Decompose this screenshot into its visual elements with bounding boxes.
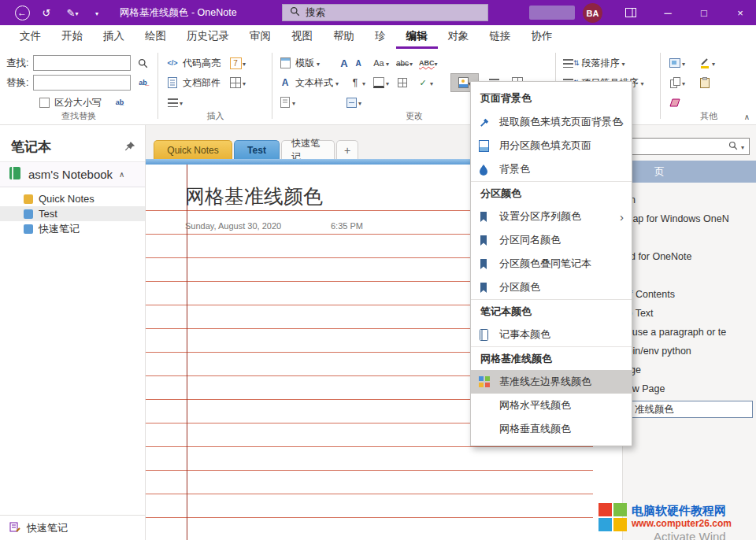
account-name-block[interactable] <box>529 6 575 20</box>
tab-link[interactable]: 链接 <box>480 25 521 49</box>
avatar[interactable]: BA <box>583 3 602 23</box>
page-list-item[interactable]: age <box>624 364 756 377</box>
replace-one-icon[interactable]: ab̲ <box>135 75 150 91</box>
tab-file[interactable]: 文件 <box>9 25 51 49</box>
case-sensitive-checkbox[interactable] <box>39 98 50 108</box>
chevron-down-icon[interactable] <box>317 57 320 69</box>
grow-font-icon[interactable]: A <box>337 55 351 71</box>
menu-item-set-section-sequence-color[interactable]: 设置分区序列颜色 › <box>471 205 632 228</box>
menu-item-extract-color[interactable]: 提取颜色来填充页面背景色 › <box>471 110 632 134</box>
page-list-item[interactable]: nd for OneNote <box>624 251 756 264</box>
chevron-down-icon[interactable] <box>386 77 389 89</box>
tab-object[interactable]: 对象 <box>438 25 480 49</box>
change-case-icon[interactable]: Aa <box>372 55 386 71</box>
strikethrough-icon[interactable]: abc <box>395 55 410 71</box>
section-tab-quick-notes[interactable]: Quick Notes <box>154 140 232 159</box>
pen-tool-button[interactable]: ✎ <box>60 0 85 25</box>
replace-input[interactable] <box>33 75 131 91</box>
tab-edit[interactable]: 编辑 <box>396 25 438 49</box>
page-list-item[interactable]: /bin/env python <box>624 346 756 358</box>
replace-all-icon[interactable]: ab̲ <box>113 94 127 110</box>
menu-item-section-color-same-notebook[interactable]: 分区颜色叠同笔记本 <box>471 252 632 276</box>
paragraph-sort-button[interactable]: 段落排序 <box>582 57 620 70</box>
chevron-down-icon[interactable] <box>622 57 625 69</box>
menu-item-grid-horizontal-line-color[interactable]: 网格水平线颜色 <box>471 394 632 417</box>
menu-item-fill-with-section-color[interactable]: 用分区颜色填充页面 <box>471 134 632 157</box>
tab-zhen[interactable]: 珍 <box>365 25 396 49</box>
format-block-icon[interactable] <box>344 94 358 110</box>
menu-item-grid-vertical-line-color[interactable]: 网格垂直线颜色 <box>471 417 632 441</box>
table-icon[interactable] <box>228 75 243 91</box>
clipboard-icon[interactable] <box>698 75 712 91</box>
chevron-down-icon[interactable] <box>386 57 389 69</box>
menu-item-section-same-name-color[interactable]: 分区同名颜色 <box>471 228 632 252</box>
collapse-ribbon-icon[interactable]: ∧ <box>744 113 750 121</box>
page-list-item[interactable]: to Text <box>624 308 756 320</box>
chevron-down-icon[interactable] <box>358 97 361 109</box>
find-search-icon[interactable] <box>135 55 150 71</box>
page-setup-icon[interactable] <box>278 94 292 110</box>
text-style-button[interactable]: 文本样式 <box>295 76 333 90</box>
page-title[interactable]: 网格基准线颜色 <box>185 183 323 209</box>
shrink-font-icon[interactable]: A <box>351 55 365 71</box>
chevron-down-icon[interactable] <box>180 97 183 109</box>
find-input[interactable] <box>33 55 131 71</box>
tab-help[interactable]: 帮助 <box>323 25 365 49</box>
page-list-item[interactable]: Map for Windows OneN <box>624 213 756 226</box>
page-list-item[interactable]: lew Page <box>624 383 756 396</box>
menu-item-notebook-color[interactable]: 记事本颜色 <box>471 323 632 346</box>
page-list-item[interactable]: of Contents <box>624 289 756 301</box>
page-list-item[interactable]: y use a paragraph or te <box>624 327 756 339</box>
chevron-down-icon[interactable] <box>292 97 295 109</box>
add-section-tab[interactable]: + <box>336 140 358 159</box>
chevron-down-icon[interactable] <box>682 77 685 89</box>
copy-icon[interactable] <box>668 75 682 91</box>
template-button[interactable]: 模版 <box>295 57 314 70</box>
list-icon[interactable] <box>165 94 180 110</box>
screen-clip-icon[interactable] <box>668 55 682 71</box>
maximize-button[interactable]: □ <box>688 0 720 25</box>
sidebar-section-quick-notes[interactable]: Quick Notes <box>0 191 145 206</box>
search-box[interactable]: 搜索 <box>282 4 488 21</box>
quick-notes-footer-button[interactable]: 快速笔记 <box>0 515 145 540</box>
chevron-down-icon[interactable] <box>410 57 413 69</box>
window-layout-icon[interactable] <box>619 0 643 25</box>
minimize-button[interactable]: ─ <box>652 0 684 25</box>
border-icon[interactable] <box>372 75 386 91</box>
page-list-selected-item[interactable]: 页 <box>623 161 756 183</box>
paragraph-mark-icon[interactable]: ¶ <box>348 75 362 91</box>
sidebar-section-test[interactable]: Test <box>0 206 145 221</box>
menu-item-section-color[interactable]: 分区颜色 <box>471 276 632 299</box>
tab-draw[interactable]: 绘图 <box>135 25 176 49</box>
chevron-down-icon[interactable] <box>641 77 644 89</box>
highlight-pen-icon[interactable] <box>698 55 712 71</box>
section-tab-quick-note[interactable]: 快速笔记 <box>281 140 335 159</box>
back-button[interactable]: ← <box>11 0 33 25</box>
small-grid-icon[interactable] <box>395 75 410 91</box>
menu-item-background-color[interactable]: 背景色 <box>471 157 632 181</box>
undo-button[interactable]: ↺ <box>36 0 57 25</box>
chevron-down-icon[interactable] <box>335 77 339 89</box>
tab-insert[interactable]: 插入 <box>93 25 135 49</box>
eraser-icon[interactable] <box>668 94 682 110</box>
checkmark-icon[interactable]: ✓ <box>416 75 430 91</box>
close-button[interactable]: × <box>724 0 756 25</box>
page-search-box[interactable] <box>629 138 750 155</box>
pin-icon[interactable] <box>124 141 135 154</box>
chevron-down-icon[interactable] <box>362 77 365 89</box>
chevron-down-icon[interactable] <box>243 57 246 69</box>
tab-review[interactable]: 审阅 <box>239 25 281 49</box>
tab-collaborate[interactable]: 协作 <box>521 25 563 49</box>
notebook-row[interactable]: asm's Notebook ∧ <box>0 161 145 187</box>
tab-history[interactable]: 历史记录 <box>176 25 239 49</box>
section-tab-test[interactable]: Test <box>234 140 280 159</box>
chevron-down-icon[interactable] <box>712 57 715 69</box>
tab-view[interactable]: 视图 <box>281 25 323 49</box>
doc-parts-button[interactable]: 文档部件 <box>183 76 220 90</box>
chevron-down-icon[interactable] <box>243 77 246 89</box>
code-highlight-button[interactable]: 代码高亮 <box>183 57 220 70</box>
page-list-item[interactable]: on <box>624 194 756 207</box>
page-title-edit-box[interactable]: 准线颜色 <box>631 401 753 418</box>
sidebar-section-quick-note[interactable]: 快速笔记 <box>0 221 145 236</box>
chevron-down-icon[interactable] <box>682 57 685 69</box>
